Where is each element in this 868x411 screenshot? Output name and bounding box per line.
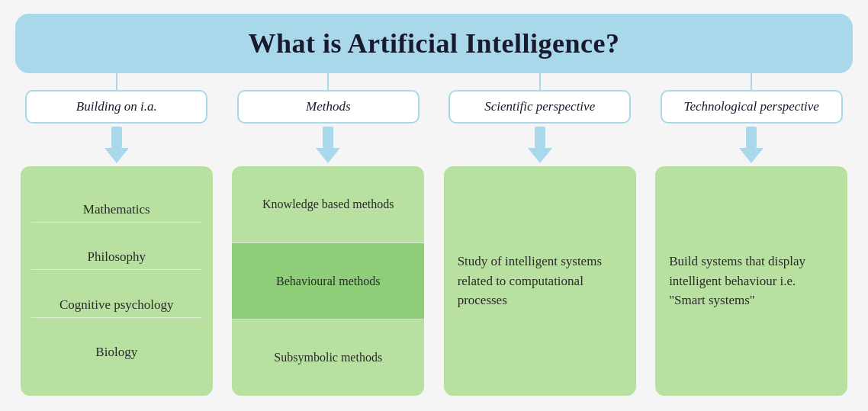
- column-methods: Methods Knowledge based methods Behaviou…: [227, 73, 430, 396]
- arrow-methods: [316, 127, 340, 163]
- main-container: What is Artificial Intelligence? Buildin…: [0, 0, 868, 411]
- list-item: Behavioural methods: [232, 243, 424, 320]
- column-technological: Technological perspective Build systems …: [651, 73, 854, 396]
- arrow-shaft-methods: [323, 127, 333, 148]
- list-item: Cognitive psychology: [31, 293, 202, 318]
- content-scientific: Study of intelligent systems related to …: [444, 166, 636, 396]
- connector-scientific: [539, 73, 541, 90]
- arrow-shaft-technological: [746, 127, 757, 148]
- list-item: Philosophy: [31, 245, 202, 270]
- category-technological: Technological perspective: [661, 90, 843, 124]
- arrow-head-building: [104, 148, 129, 163]
- category-methods-label: Methods: [306, 99, 351, 114]
- category-scientific-label: Scientific perspective: [484, 99, 595, 114]
- list-item: Subsymbolic methods: [232, 319, 424, 396]
- arrow-head-scientific: [528, 148, 552, 163]
- arrow-head-methods: [316, 148, 340, 163]
- methods-wrapper: Knowledge based methods Behavioural meth…: [232, 166, 424, 396]
- content-scientific-text: Study of intelligent systems related to …: [455, 246, 625, 316]
- category-building-label: Building on i.a.: [76, 99, 157, 114]
- content-building: Mathematics Philosophy Cognitive psychol…: [21, 166, 213, 396]
- page-title: What is Artificial Intelligence?: [31, 27, 837, 59]
- list-item: Knowledge based methods: [232, 166, 424, 243]
- column-scientific: Scientific perspective Study of intellig…: [439, 73, 641, 396]
- arrow-head-technological: [739, 148, 764, 163]
- list-item: Biology: [31, 340, 202, 364]
- content-technological: Build systems that display intelligent b…: [655, 166, 847, 396]
- content-methods: Knowledge based methods Behavioural meth…: [232, 166, 424, 396]
- category-methods: Methods: [237, 90, 420, 124]
- columns-row: Building on i.a. Mathematics Philosophy …: [15, 73, 853, 396]
- title-bar: What is Artificial Intelligence?: [15, 14, 853, 73]
- category-building: Building on i.a.: [25, 90, 207, 124]
- connector-building: [116, 73, 117, 90]
- arrow-shaft-scientific: [535, 127, 545, 148]
- category-technological-label: Technological perspective: [684, 99, 819, 114]
- category-scientific: Scientific perspective: [448, 90, 631, 124]
- list-item: Mathematics: [31, 197, 202, 223]
- arrow-scientific: [528, 127, 552, 163]
- connector-technological: [751, 73, 752, 90]
- column-building: Building on i.a. Mathematics Philosophy …: [15, 73, 218, 396]
- connector-methods: [327, 73, 329, 90]
- content-technological-text: Build systems that display intelligent b…: [666, 246, 837, 316]
- arrow-technological: [739, 127, 764, 163]
- arrow-building: [104, 127, 129, 163]
- arrow-shaft-building: [111, 127, 122, 148]
